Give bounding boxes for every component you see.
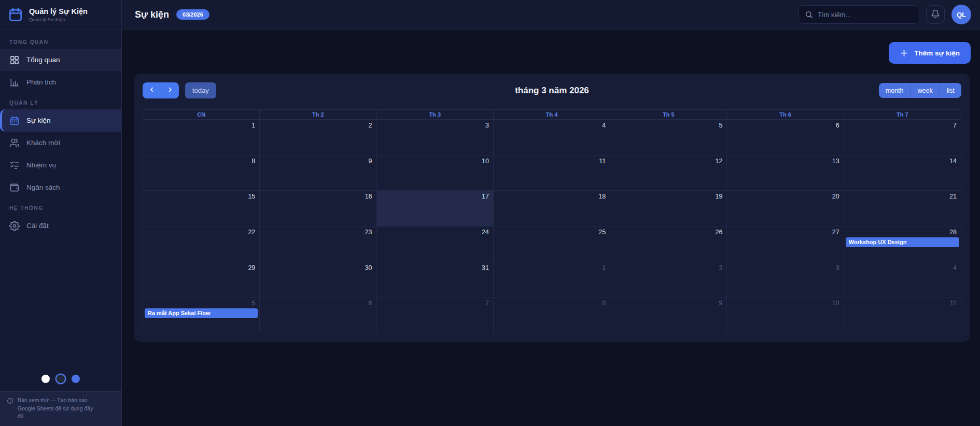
- search-input[interactable]: [818, 11, 913, 19]
- event-chip[interactable]: Ra mắt App Sekai Flow: [145, 308, 258, 318]
- calendar-day-cell[interactable]: 3: [727, 262, 844, 297]
- calendar-day-cell[interactable]: 6: [260, 297, 376, 333]
- day-number: 25: [495, 228, 609, 236]
- calendar-icon: [9, 116, 20, 126]
- event-chip[interactable]: Workshop UX Design: [846, 237, 959, 247]
- calendar-day-cell[interactable]: 13: [727, 155, 844, 191]
- day-number: 3: [378, 121, 492, 130]
- day-number: 23: [261, 228, 375, 236]
- calendar-day-cell[interactable]: 9: [610, 297, 727, 333]
- app-titles: Quản lý Sự Kiện Quản lý Sự Kiện: [29, 7, 88, 22]
- calendar-day-cell[interactable]: 3: [377, 120, 494, 155]
- calendar-week-row: 22232425262728Workshop UX Design: [143, 226, 961, 262]
- calendar-day-cell[interactable]: 16: [260, 191, 376, 226]
- view-month-button[interactable]: month: [879, 83, 911, 98]
- sidebar-item-label: Tổng quan: [26, 56, 60, 64]
- tasks-icon: [9, 160, 20, 171]
- notifications-button[interactable]: [926, 5, 945, 24]
- sidebar-item-label: Khách mời: [26, 139, 60, 147]
- calendar-day-cell[interactable]: 8: [494, 297, 610, 333]
- chevron-left-icon: [148, 86, 156, 95]
- sidebar-item-khach-moi[interactable]: Khách mời: [0, 132, 121, 154]
- calendar-day-cell[interactable]: 6: [727, 120, 844, 155]
- topbar: Sự kiện 03/2026 QL: [122, 0, 980, 30]
- day-number: 20: [728, 192, 842, 201]
- day-number: 10: [378, 157, 492, 165]
- day-number: 5: [144, 299, 258, 307]
- calendar-day-cell[interactable]: 5: [610, 120, 727, 155]
- day-number: 29: [144, 263, 258, 272]
- calendar-day-cell[interactable]: 7: [377, 297, 494, 333]
- calendar-day-cell[interactable]: 18: [494, 191, 610, 226]
- calendar-day-cell[interactable]: 12: [610, 155, 727, 191]
- day-number: 2: [611, 263, 725, 272]
- view-week-button[interactable]: week: [911, 83, 940, 98]
- day-number: 16: [261, 192, 375, 201]
- sidebar-item-phan-tich[interactable]: Phân tích: [0, 71, 121, 93]
- calendar-day-cell[interactable]: 26: [610, 226, 727, 262]
- search-box[interactable]: [798, 5, 919, 24]
- day-header: Th 2: [260, 110, 376, 119]
- sidebar-item-ngan-sach[interactable]: Ngân sách: [0, 176, 121, 198]
- calendar-day-cell[interactable]: 25: [494, 226, 610, 262]
- day-number: 9: [261, 157, 375, 165]
- sidebar-nav: TỔNG QUANTổng quanPhân tíchQUẢN LÝSự kiệ…: [0, 30, 121, 367]
- theme-dot-dark[interactable]: [57, 375, 65, 383]
- day-number: 3: [728, 263, 842, 272]
- prev-month-button[interactable]: [143, 82, 161, 98]
- settings-icon: [9, 221, 20, 231]
- calendar-day-cell[interactable]: 27: [727, 226, 844, 262]
- day-header: Th 4: [494, 110, 610, 119]
- sidebar-item-nhiem-vu[interactable]: Nhiệm vụ: [0, 154, 121, 176]
- calendar-day-cell[interactable]: 8: [143, 155, 260, 191]
- calendar-day-cell[interactable]: 15: [143, 191, 260, 226]
- calendar-day-cell[interactable]: 22: [143, 226, 260, 262]
- sidebar-item-label: Cài đặt: [26, 222, 49, 230]
- calendar-day-cell[interactable]: 7: [844, 120, 961, 155]
- day-number: 1: [144, 121, 258, 130]
- calendar-day-cell[interactable]: 2: [610, 262, 727, 297]
- calendar-day-cell[interactable]: 30: [260, 262, 376, 297]
- sidebar-item-su-kien[interactable]: Sự kiện: [0, 109, 121, 132]
- sidebar-item-tong-quan[interactable]: Tổng quan: [0, 49, 121, 71]
- calendar-day-cell[interactable]: 11: [844, 297, 961, 333]
- day-number: 19: [611, 192, 725, 201]
- day-number: 6: [728, 121, 842, 130]
- sidebar-item-cai-at[interactable]: Cài đặt: [0, 215, 121, 237]
- calendar-day-cell[interactable]: 21: [844, 191, 961, 226]
- calendar-week-row: 891011121314: [143, 155, 961, 191]
- calendar-day-cell[interactable]: 24: [377, 226, 494, 262]
- day-number: 28: [845, 228, 960, 236]
- today-button[interactable]: today: [185, 82, 216, 98]
- page-title: Sự kiện: [135, 9, 169, 20]
- day-number: 7: [378, 299, 492, 307]
- calendar-day-cell[interactable]: 1: [494, 262, 610, 297]
- calendar-day-cell[interactable]: 11: [494, 155, 610, 191]
- app-logo-calendar-icon: [8, 7, 23, 22]
- next-month-button[interactable]: [161, 82, 179, 98]
- add-event-button[interactable]: Thêm sự kiện: [889, 42, 971, 64]
- calendar-day-cell[interactable]: 5Ra mắt App Sekai Flow: [143, 297, 260, 333]
- calendar-day-cell[interactable]: 10: [727, 297, 844, 333]
- view-list-button[interactable]: list: [940, 83, 961, 98]
- calendar-day-cell[interactable]: 4: [844, 262, 961, 297]
- calendar-day-cell[interactable]: 17: [377, 191, 494, 226]
- calendar-day-cell[interactable]: 9: [260, 155, 376, 191]
- theme-dot-blue[interactable]: [72, 375, 80, 383]
- calendar-day-cell[interactable]: 31: [377, 262, 494, 297]
- app-subtitle: Quản lý Sự Kiện: [29, 17, 88, 22]
- calendar-day-cell[interactable]: 1: [143, 120, 260, 155]
- calendar-day-cell[interactable]: 14: [844, 155, 961, 191]
- app-window: Quản lý Sự Kiện Quản lý Sự Kiện TỔNG QUA…: [0, 0, 980, 426]
- calendar-day-cell[interactable]: 2: [260, 120, 376, 155]
- day-number: 10: [728, 299, 842, 307]
- calendar-day-cell[interactable]: 4: [494, 120, 610, 155]
- calendar-day-cell[interactable]: 20: [727, 191, 844, 226]
- calendar-day-cell[interactable]: 23: [260, 226, 376, 262]
- calendar-day-cell[interactable]: 29: [143, 262, 260, 297]
- avatar[interactable]: QL: [951, 5, 971, 24]
- calendar-day-cell[interactable]: 10: [377, 155, 494, 191]
- calendar-day-cell[interactable]: 19: [610, 191, 727, 226]
- calendar-day-cell[interactable]: 28Workshop UX Design: [844, 226, 961, 262]
- theme-dot-light[interactable]: [41, 375, 50, 383]
